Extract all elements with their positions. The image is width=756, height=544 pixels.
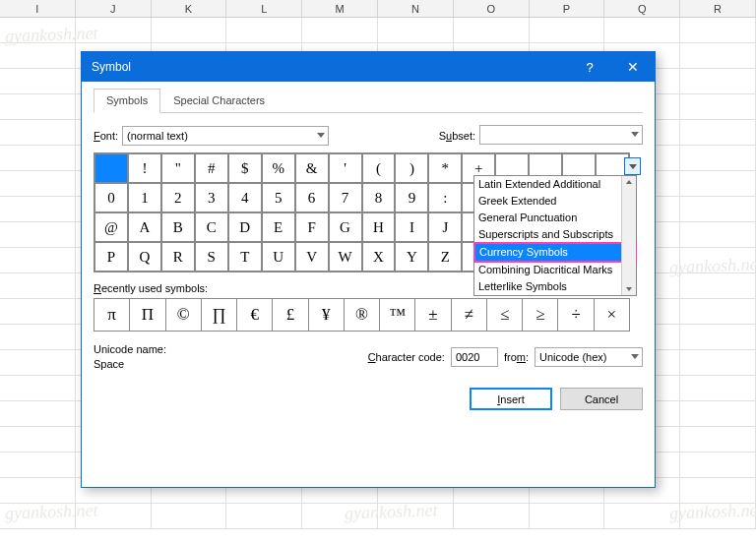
symbol-cell[interactable]: & (295, 153, 329, 183)
col-header[interactable]: P (530, 0, 605, 17)
symbol-cell[interactable]: % (262, 153, 295, 183)
subset-option[interactable]: Latin Extended Additional (474, 176, 636, 193)
symbol-cell[interactable]: U (262, 242, 295, 272)
symbol-cell[interactable]: D (228, 212, 262, 242)
subset-option[interactable]: Greek Extended (474, 193, 636, 210)
subset-option[interactable]: Letterlike Symbols (474, 278, 636, 295)
recent-symbol[interactable]: ≤ (487, 299, 523, 331)
from-select[interactable]: Unicode (hex) (535, 347, 643, 367)
cancel-button[interactable]: Cancel (560, 388, 643, 410)
symbol-cell[interactable]: 1 (128, 183, 161, 212)
help-button[interactable]: ? (568, 52, 611, 82)
symbol-cell[interactable]: J (428, 212, 462, 242)
col-header[interactable]: M (302, 0, 378, 17)
symbol-cell[interactable]: 3 (195, 183, 228, 212)
col-header[interactable]: N (378, 0, 454, 17)
subset-option-currency-symbols[interactable]: Currency Symbols (473, 242, 637, 263)
symbol-cell[interactable]: R (161, 242, 195, 272)
col-header[interactable]: O (454, 0, 530, 17)
symbol-cell[interactable]: C (195, 212, 228, 242)
subset-label: Subset: (439, 130, 475, 142)
symbol-cell[interactable]: P (94, 242, 128, 272)
symbol-cell[interactable]: H (362, 212, 396, 242)
subset-option[interactable]: Superscripts and Subscripts (474, 226, 636, 243)
symbol-cell[interactable]: I (395, 212, 428, 242)
symbol-cell[interactable]: ' (329, 153, 362, 183)
recent-symbol[interactable]: ∏ (202, 299, 237, 331)
symbol-cell[interactable]: F (295, 212, 329, 242)
col-header[interactable]: Q (604, 0, 680, 17)
col-header[interactable]: R (680, 0, 756, 17)
symbol-cell[interactable]: A (128, 212, 161, 242)
recent-symbol[interactable]: ¥ (309, 299, 345, 331)
symbol-cell[interactable] (94, 153, 128, 183)
character-code-label: Character code: (368, 351, 445, 363)
symbol-cell[interactable]: Q (128, 242, 161, 272)
symbol-cell[interactable]: 8 (362, 183, 396, 212)
insert-button[interactable]: Insert (470, 388, 552, 410)
col-header[interactable]: J (76, 0, 152, 17)
recent-symbol[interactable]: £ (273, 299, 308, 331)
tab-special-characters[interactable]: Special Characters (160, 89, 278, 113)
recent-symbol[interactable]: ® (345, 299, 380, 331)
recent-symbol[interactable]: × (595, 299, 629, 331)
recent-symbol[interactable]: π (94, 299, 130, 331)
symbol-cell[interactable]: V (295, 242, 329, 272)
unicode-name-value: Space (94, 358, 362, 370)
subset-option[interactable]: Combining Diacritical Marks (474, 262, 636, 278)
symbol-cell[interactable]: 7 (329, 183, 362, 212)
symbol-cell[interactable]: G (329, 212, 362, 242)
column-headers: I J K L M N O P Q R (0, 0, 756, 18)
symbol-cell[interactable]: 9 (395, 183, 428, 212)
symbol-cell[interactable]: ( (362, 153, 396, 183)
symbol-cell[interactable]: 6 (295, 183, 329, 212)
symbol-cell[interactable]: Y (395, 242, 428, 272)
dialog-title: Symbol (92, 60, 568, 74)
subset-select[interactable] (479, 125, 643, 145)
symbol-cell[interactable]: 2 (161, 183, 195, 212)
tab-symbols[interactable]: Symbols (94, 89, 160, 113)
symbol-cell[interactable]: $ (228, 153, 262, 183)
unicode-name-label: Unicode name: (94, 343, 362, 355)
symbol-cell[interactable]: : (428, 183, 462, 212)
subset-dropdown-arrow-icon[interactable] (624, 157, 641, 175)
titlebar[interactable]: Symbol ? ✕ (82, 52, 655, 82)
close-button[interactable]: ✕ (611, 52, 655, 82)
recent-symbol[interactable]: Π (130, 299, 165, 331)
symbol-cell[interactable]: Z (428, 242, 462, 272)
recent-symbol[interactable]: € (237, 299, 273, 331)
symbol-cell[interactable]: 0 (94, 183, 128, 212)
recent-symbol[interactable]: ≥ (523, 299, 558, 331)
symbol-cell[interactable]: X (362, 242, 396, 272)
symbol-cell[interactable]: * (428, 153, 462, 183)
symbol-cell[interactable]: W (329, 242, 362, 272)
col-header[interactable]: I (0, 0, 76, 17)
subset-dropdown-list: Latin Extended Additional Greek Extended… (473, 175, 637, 296)
symbol-cell[interactable]: S (195, 242, 228, 272)
col-header[interactable]: L (226, 0, 302, 17)
symbol-cell[interactable]: 4 (228, 183, 262, 212)
character-code-input[interactable] (451, 347, 498, 367)
font-label: Font: (94, 130, 118, 142)
symbol-cell[interactable]: ! (128, 153, 161, 183)
symbol-cell[interactable]: E (262, 212, 295, 242)
symbol-cell[interactable]: " (161, 153, 195, 183)
symbol-cell[interactable]: B (161, 212, 195, 242)
symbol-cell[interactable]: # (195, 153, 228, 183)
tabs: Symbols Special Characters (94, 88, 643, 113)
subset-option[interactable]: General Punctuation (474, 210, 636, 226)
symbol-cell[interactable]: 5 (262, 183, 295, 212)
recent-symbol[interactable]: ÷ (558, 299, 594, 331)
recent-symbol[interactable]: ± (415, 299, 451, 331)
symbol-dialog: Symbol ? ✕ Symbols Special Characters Fo… (81, 51, 656, 488)
dropdown-scrollbar[interactable] (621, 176, 636, 295)
from-label: from: (504, 351, 529, 363)
symbol-cell[interactable]: T (228, 242, 262, 272)
symbol-cell[interactable]: @ (94, 212, 128, 242)
recent-symbol[interactable]: ™ (380, 299, 415, 331)
recent-symbol[interactable]: © (166, 299, 202, 331)
recent-symbol[interactable]: ≠ (452, 299, 487, 331)
font-select[interactable]: (normal text) (122, 126, 329, 146)
symbol-cell[interactable]: ) (395, 153, 428, 183)
col-header[interactable]: K (152, 0, 227, 17)
